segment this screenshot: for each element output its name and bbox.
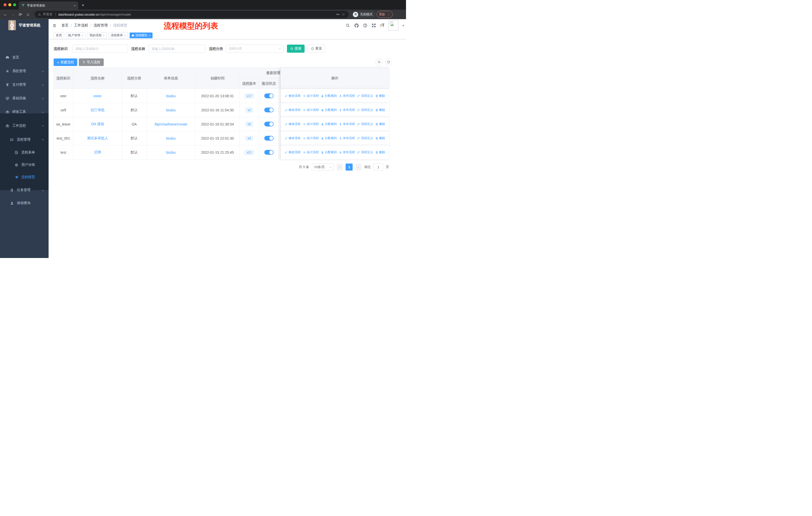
sidebar-item-workflow[interactable]: 工作流程 — [0, 121, 49, 131]
action-design-process[interactable]: 设计流程 — [303, 150, 319, 155]
action-process-definition[interactable]: 流程定义 — [357, 136, 373, 140]
form-info-link[interactable]: biubiu — [166, 136, 175, 140]
status-toggle[interactable] — [264, 122, 273, 127]
sidebar-item-dev-tools[interactable]: 研发工具 — [0, 107, 49, 117]
action-edit-process[interactable]: 修改流程 — [285, 122, 300, 126]
action-assign-rule[interactable]: 分配规则 — [321, 94, 337, 98]
status-toggle[interactable] — [264, 136, 273, 141]
bookmark-star-icon[interactable]: ☆ — [342, 12, 345, 17]
sidebar-item-system[interactable]: 系统管理 — [0, 66, 49, 76]
process-name-link[interactable]: 自己审批 — [91, 108, 105, 112]
maximize-window-button[interactable] — [13, 3, 16, 6]
form-info-link[interactable]: biubiu — [166, 94, 175, 98]
tab-close-icon[interactable]: × — [74, 4, 76, 7]
action-assign-rule[interactable]: 分配规则 — [321, 136, 337, 140]
status-toggle[interactable] — [264, 150, 273, 155]
question-icon[interactable] — [363, 23, 368, 28]
action-process-definition[interactable]: 流程定义 — [357, 108, 373, 112]
form-info-link[interactable]: biubiu — [166, 108, 175, 112]
prev-page-button[interactable]: ‹ — [337, 164, 343, 170]
back-icon[interactable]: ← — [1, 12, 9, 17]
action-delete[interactable]: 删除 — [375, 108, 385, 112]
github-icon[interactable] — [354, 23, 359, 28]
tag-process-model[interactable]: 流程模型 × — [129, 32, 152, 38]
action-assign-rule[interactable]: 分配规则 — [321, 150, 337, 155]
action-process-definition[interactable]: 流程定义 — [357, 150, 373, 155]
home-icon[interactable]: ⌂ — [24, 12, 32, 17]
sidebar-item-payment[interactable]: ¥ 支付管理 — [0, 80, 49, 90]
action-delete[interactable]: 删除 — [375, 150, 385, 155]
sidebar-item-leave-query[interactable]: 请假查询 — [0, 198, 49, 208]
fullscreen-icon[interactable] — [372, 23, 376, 28]
reset-button[interactable]: 重置 — [308, 45, 325, 53]
sidebar-item-infrastructure[interactable]: 基础设施 — [0, 93, 49, 103]
status-toggle[interactable] — [264, 108, 273, 112]
action-assign-rule[interactable]: 分配规则 — [321, 122, 337, 126]
action-edit-process[interactable]: 修改流程 — [285, 136, 300, 140]
action-design-process[interactable]: 设计流程 — [303, 108, 319, 112]
page-size-select[interactable]: 10条/页 — [312, 164, 334, 170]
action-publish-process[interactable]: 发布流程 — [339, 94, 355, 98]
action-assign-rule[interactable]: 分配规则 — [321, 108, 337, 112]
sidebar-item-process-form[interactable]: 流程表单 — [0, 147, 49, 158]
status-toggle[interactable] — [264, 93, 273, 98]
new-tab-button[interactable]: + — [82, 2, 84, 8]
action-delete[interactable]: 删除 — [375, 136, 385, 140]
filter-id-input[interactable] — [72, 45, 128, 53]
forward-icon[interactable]: → — [9, 12, 17, 17]
table-search-button[interactable] — [376, 58, 383, 66]
filter-category-select[interactable]: 流程分类 — [226, 45, 283, 53]
action-delete[interactable]: 删除 — [375, 122, 385, 126]
tag-close-icon[interactable]: × — [124, 34, 125, 37]
tag-my-process[interactable]: 我的流程 × — [87, 32, 107, 38]
filter-name-input[interactable] — [148, 45, 205, 53]
font-size-icon[interactable]: TT — [380, 23, 384, 28]
sidebar-item-home[interactable]: 首页 — [0, 52, 49, 62]
tag-close-icon[interactable]: × — [82, 34, 83, 37]
form-info-link[interactable]: /bpm/oa/leave/create — [154, 122, 187, 126]
address-bar[interactable]: ⚠ 不安全 dashboard.yudao.iocoder.cn /bpm/ma… — [34, 11, 349, 18]
action-design-process[interactable]: 设计流程 — [303, 136, 319, 140]
avatar[interactable] — [388, 20, 399, 30]
breadcrumb-process-management[interactable]: 流程管理 — [94, 23, 108, 28]
action-edit-process[interactable]: 修改流程 — [285, 150, 300, 155]
browser-tab[interactable]: 芋道管理系统 × — [19, 1, 78, 9]
create-process-button[interactable]: + 新建流程 — [54, 58, 77, 66]
process-name-link[interactable]: OA 请假 — [91, 122, 104, 127]
chrome-menu-icon[interactable]: ⋮ — [387, 12, 390, 17]
tag-tenant-management[interactable]: 租户管理 × — [66, 32, 85, 38]
action-design-process[interactable]: 设计流程 — [303, 94, 319, 98]
action-process-definition[interactable]: 流程定义 — [357, 94, 373, 98]
page-1-button[interactable]: 1 — [346, 164, 353, 170]
sidebar-fold-icon[interactable] — [52, 24, 57, 27]
import-process-button[interactable]: 导入流程 — [79, 58, 104, 66]
close-window-button[interactable] — [3, 3, 6, 6]
key-icon[interactable] — [336, 12, 340, 17]
action-delete[interactable]: 删除 — [375, 94, 385, 98]
tag-process-form[interactable]: 流程表单 × — [109, 32, 128, 38]
action-publish-process[interactable]: 发布流程 — [339, 136, 355, 140]
breadcrumb-home[interactable]: 首页 — [61, 23, 68, 28]
form-info-link[interactable]: biubiu — [166, 151, 175, 155]
sidebar-item-task-management[interactable]: 任务管理 — [0, 185, 49, 195]
process-name-link[interactable]: 滔博 — [94, 150, 101, 155]
sidebar-item-user-group[interactable]: 用户分组 — [0, 160, 49, 170]
process-name-link[interactable]: 测试多审批人 — [87, 136, 108, 141]
tag-home[interactable]: 首页 — [54, 32, 64, 38]
action-publish-process[interactable]: 发布流程 — [339, 150, 355, 155]
goto-page-input[interactable] — [374, 164, 383, 170]
tag-close-icon[interactable]: × — [103, 34, 104, 37]
search-icon[interactable] — [346, 23, 350, 28]
tag-close-icon[interactable]: × — [148, 34, 150, 37]
avatar-caret-icon[interactable]: ▾ — [403, 24, 404, 27]
action-edit-process[interactable]: 修改流程 — [285, 94, 300, 98]
chrome-update-button[interactable]: 更新 ⋮ — [377, 11, 393, 18]
table-refresh-button[interactable] — [385, 58, 392, 66]
action-process-definition[interactable]: 流程定义 — [357, 122, 373, 126]
action-design-process[interactable]: 设计流程 — [303, 122, 319, 126]
action-edit-process[interactable]: 修改流程 — [285, 108, 300, 112]
action-publish-process[interactable]: 发布流程 — [339, 122, 355, 126]
breadcrumb-workflow[interactable]: 工作流程 — [74, 23, 88, 28]
sidebar-item-process-model[interactable]: 流程模型 — [0, 172, 49, 182]
reload-icon[interactable]: ⟳ — [17, 12, 24, 17]
